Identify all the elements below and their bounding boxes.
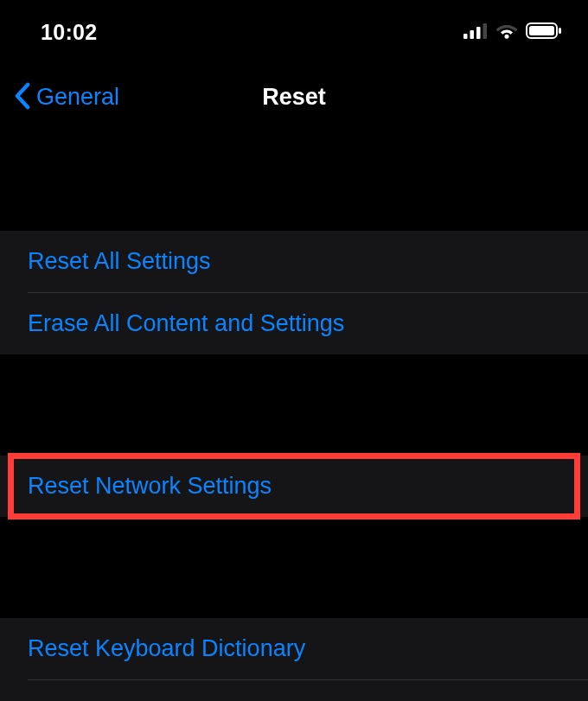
status-time: 10:02 [41,20,97,45]
row-label: Reset Network Settings [28,473,272,500]
row-label: Reset All Settings [28,248,211,275]
reset-home-screen-layout-row[interactable]: Reset Home Screen Layout [0,680,588,701]
battery-icon [526,22,562,42]
reset-network-settings-row[interactable]: Reset Network Settings [0,456,588,517]
row-label: Erase All Content and Settings [28,310,344,337]
section-spacer [0,354,588,406]
back-label: General [36,84,119,111]
status-bar: 10:02 [0,0,588,65]
svg-rect-3 [483,23,488,39]
erase-all-content-row[interactable]: Erase All Content and Settings [0,293,588,354]
svg-rect-6 [529,26,554,35]
section-spacer [0,517,588,569]
svg-rect-2 [476,27,481,39]
chevron-left-icon [14,82,31,113]
reset-all-settings-row[interactable]: Reset All Settings [0,231,588,292]
reset-keyboard-dictionary-row[interactable]: Reset Keyboard Dictionary [0,618,588,679]
cellular-signal-icon [463,23,488,42]
settings-group-2: Reset Network Settings [0,456,588,517]
svg-rect-0 [463,34,468,39]
nav-title: Reset [262,84,326,111]
row-label: Reset Home Screen Layout [28,698,315,701]
settings-group-3: Reset Keyboard Dictionary Reset Home Scr… [0,618,588,701]
wifi-icon [495,22,518,42]
back-button[interactable]: General [14,82,119,113]
settings-group-1: Reset All Settings Erase All Content and… [0,231,588,354]
section-spacer [0,130,588,182]
svg-point-4 [505,35,509,39]
svg-rect-1 [470,30,475,39]
svg-rect-7 [559,28,561,34]
row-label: Reset Keyboard Dictionary [28,635,305,662]
nav-bar: General Reset [0,65,588,130]
status-icons [463,22,562,42]
